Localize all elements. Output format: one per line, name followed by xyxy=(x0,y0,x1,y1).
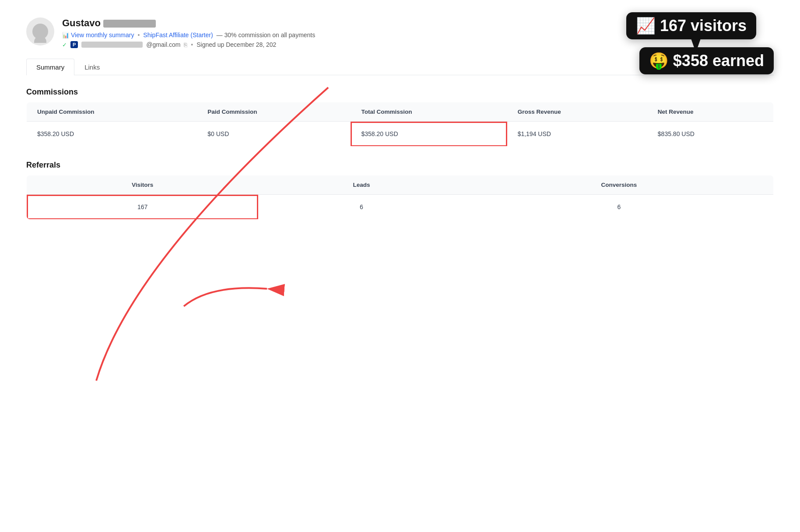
affiliate-label: ShipFast Affiliate (Starter) xyxy=(143,32,213,38)
avatar-icon xyxy=(32,24,48,39)
col-leads: Leads xyxy=(258,175,464,195)
col-paid-commission: Paid Commission xyxy=(197,102,351,122)
separator-dot-1: • xyxy=(137,32,140,38)
visitors-value: 167 xyxy=(27,195,259,220)
col-total-commission: Total Commission xyxy=(351,102,507,122)
commissions-table: Unpaid Commission Paid Commission Total … xyxy=(26,102,774,147)
profile-name: Gustavo xyxy=(62,18,315,29)
email-domain: @gmail.com xyxy=(146,41,180,48)
earned-emoji: 🤑 xyxy=(649,52,669,70)
total-commission-value: $358.20 USD xyxy=(351,122,507,147)
signup-date: Signed up December 28, 202 xyxy=(196,41,276,48)
bar-chart-icon: 📊 xyxy=(62,32,69,38)
avatar xyxy=(26,18,54,46)
gross-revenue-value: $1,194 USD xyxy=(507,122,647,147)
col-gross-revenue: Gross Revenue xyxy=(507,102,647,122)
profile-email-row: ✓ P @gmail.com ⎘ • Signed up December 28… xyxy=(62,41,315,48)
earned-text: $358 earned xyxy=(673,52,764,70)
verified-checkmark-icon: ✓ xyxy=(62,42,67,48)
commission-label: — 30% commission on all payments xyxy=(217,32,316,38)
profile-meta: 📊 View monthly summary • ShipFast Affili… xyxy=(62,32,315,38)
name-blur xyxy=(103,20,156,28)
paypal-icon: P xyxy=(70,41,78,48)
referrals-title: Referrals xyxy=(26,161,774,170)
profile-info: Gustavo 📊 View monthly summary • ShipFas… xyxy=(62,18,315,48)
separator-dot-2: • xyxy=(191,41,193,48)
copy-icon[interactable]: ⎘ xyxy=(184,42,187,48)
col-visitors: Visitors xyxy=(27,175,259,195)
referrals-table: Visitors Leads Conversions 167 6 6 xyxy=(26,175,774,220)
visitors-text: 167 visitors xyxy=(660,17,747,35)
net-revenue-value: $835.80 USD xyxy=(647,122,774,147)
tab-links[interactable]: Links xyxy=(74,59,110,75)
commissions-data-row: $358.20 USD $0 USD $358.20 USD $1,194 US… xyxy=(27,122,774,147)
commissions-title: Commissions xyxy=(26,88,774,97)
leads-value: 6 xyxy=(258,195,464,220)
col-net-revenue: Net Revenue xyxy=(647,102,774,122)
email-blur xyxy=(81,42,143,48)
tab-summary[interactable]: Summary xyxy=(26,59,74,75)
conversions-value: 6 xyxy=(465,195,774,220)
earned-annotation-badge: 🤑 $358 earned xyxy=(639,47,774,74)
unpaid-commission-value: $358.20 USD xyxy=(27,122,197,147)
referrals-section: Referrals Visitors Leads Conversions 167… xyxy=(26,161,774,220)
col-conversions: Conversions xyxy=(465,175,774,195)
paid-commission-value: $0 USD xyxy=(197,122,351,147)
arrows-overlay xyxy=(0,0,800,532)
commissions-section: Commissions Unpaid Commission Paid Commi… xyxy=(26,88,774,147)
view-monthly-link[interactable]: 📊 View monthly summary xyxy=(62,32,134,38)
col-unpaid-commission: Unpaid Commission xyxy=(27,102,197,122)
commissions-header-row: Unpaid Commission Paid Commission Total … xyxy=(27,102,774,122)
visitors-annotation-badge: 📈 167 visitors xyxy=(626,12,756,39)
referrals-data-row: 167 6 6 xyxy=(27,195,774,220)
referrals-header-row: Visitors Leads Conversions xyxy=(27,175,774,195)
visitors-emoji: 📈 xyxy=(636,17,656,35)
